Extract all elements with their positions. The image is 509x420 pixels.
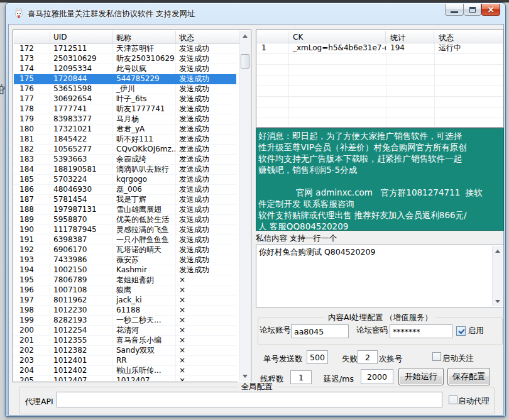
column-header[interactable]: 统计 xyxy=(386,31,434,43)
table-row[interactable]: 2001012254花清河× xyxy=(14,326,236,336)
cell: 193 xyxy=(14,255,50,265)
table-row[interactable]: 1875781454我是丁辉发送成功 xyxy=(14,195,236,205)
column-header[interactable]: 状态 xyxy=(434,31,504,43)
scroll-down-icon[interactable] xyxy=(240,371,250,381)
table-row[interactable]: 173250310629听友250310629发送成功 xyxy=(14,54,236,64)
message-scrollbar[interactable] xyxy=(492,246,503,306)
forum-account-input[interactable] xyxy=(291,324,349,338)
cell: 179 xyxy=(14,114,50,124)
cell: 发送成功 xyxy=(176,74,236,84)
enable-checkbox[interactable] xyxy=(456,326,466,336)
cell: 发送成功 xyxy=(176,84,236,94)
minimize-button[interactable] xyxy=(445,4,464,16)
table-row[interactable]: 18210565277CQvOKkOJ6mz...发送成功 xyxy=(14,145,236,155)
maximize-button[interactable] xyxy=(464,4,481,16)
uid-list-body: 1721712511天津苏明轩发送成功173250310629听友2503106… xyxy=(14,44,236,381)
table-row[interactable]: 198101223061188× xyxy=(14,306,236,316)
cell: 6906170 xyxy=(50,245,113,255)
proxy-api-input[interactable] xyxy=(57,392,442,407)
column-header[interactable]: CK xyxy=(288,31,386,43)
table-row[interactable]: 18648046930磊_006发送成功 xyxy=(14,185,236,195)
forum-password-input[interactable] xyxy=(390,324,452,338)
fail-count-input[interactable] xyxy=(358,350,378,364)
cell: 177 xyxy=(14,94,50,104)
start-run-button[interactable]: 开始运行 xyxy=(398,368,444,385)
table-row[interactable]: 1978011962jack_ki× xyxy=(14,296,236,306)
table-row[interactable]: 1998282193一秒二秒天...× xyxy=(14,316,236,326)
table-row[interactable]: 1937433986薇安苏发送成功 xyxy=(14,255,236,265)
table-row[interactable]: 1835393663余霞成绮发送成功 xyxy=(14,155,236,165)
cell: 5958870 xyxy=(50,215,113,225)
scrollbar-thumb[interactable] xyxy=(241,54,249,69)
table-row[interactable]: 190111787945灵感拉满的飞鱼发送成功 xyxy=(14,225,236,235)
table-row[interactable]: 20510124071012407× xyxy=(14,376,236,381)
column-header[interactable] xyxy=(257,31,288,43)
save-config-button[interactable]: 保存配置 xyxy=(447,368,490,385)
table-row[interactable]: 1895958870优美的低於生活发送成功 xyxy=(14,215,236,225)
column-header[interactable]: 状态 xyxy=(176,31,236,43)
table-row[interactable]: 2011012355喜马音乐小编× xyxy=(14,336,236,346)
cell: 197987131 xyxy=(50,205,113,215)
scroll-up-icon[interactable] xyxy=(493,246,503,256)
start-follow-checkbox[interactable] xyxy=(432,352,441,361)
cell: 187 xyxy=(14,195,50,205)
cell: 1012407 xyxy=(50,376,113,381)
cell: 我是丁辉 xyxy=(113,195,176,205)
table-row[interactable]: 18017321021君君_yA发送成功 xyxy=(14,124,236,135)
cell: × xyxy=(176,376,236,381)
cell: 175 xyxy=(14,74,50,84)
table-row[interactable]: 1_xmLog=h5&4b6e31e7-d...194运行中 xyxy=(257,43,503,53)
uid-list-scrollbar[interactable] xyxy=(239,31,250,381)
table-row[interactable]: 17653651598_伊川发送成功 xyxy=(14,84,236,94)
per-account-send-label: 单号发送数 xyxy=(263,354,303,365)
scroll-down-icon[interactable] xyxy=(493,296,503,306)
cell: 5703224 xyxy=(50,175,113,185)
table-row[interactable]: 17983983377马月杨发送成功 xyxy=(14,114,236,124)
cell: 1012402 xyxy=(50,366,113,376)
cell: 发送成功 xyxy=(176,205,236,215)
cell: 191 xyxy=(14,235,50,245)
table-row[interactable]: 17412095334此号以疯发送成功 xyxy=(14,64,236,74)
uid-list: UID昵称状态 1721712511天津苏明轩发送成功173250310629听… xyxy=(13,30,251,382)
cell: 发送成功 xyxy=(176,195,236,205)
title-bar[interactable]: 喜马拉雅批量关注群发私信协议软件 支持发网址 × xyxy=(6,3,505,24)
table-row[interactable]: 1926906170瓦塔诺的晴天发送成功 xyxy=(14,245,236,255)
table-row[interactable]: 1811845422听不好111发送成功 xyxy=(14,135,236,145)
table-row[interactable]: 1855703224kqrgogo发送成功 xyxy=(14,175,236,185)
table-row[interactable]: 1961007108狼鹰× xyxy=(14,285,236,296)
scroll-up-icon[interactable] xyxy=(240,31,250,41)
message-content: 你好村兔合购测试 Q804520209 xyxy=(259,247,491,258)
table-row[interactable]: 1957806789老姐姐斋鈅× xyxy=(14,275,236,285)
table-row[interactable]: 1941002150Kashmir发送成功 xyxy=(14,265,236,275)
delay-label: 延迟/ms xyxy=(324,374,354,385)
cell: × xyxy=(176,285,236,296)
table-row[interactable]: 184188190581滴滴叭叭去旅行发送成功 xyxy=(14,165,236,175)
table-row[interactable]: 2041012402鞍山乐听传...× xyxy=(14,366,236,376)
cell: 8011962 xyxy=(50,296,113,306)
table-row[interactable]: 1751720844544785229发送成功 xyxy=(14,74,236,84)
ai-config-legend: 内容AI处理配置 （增值服务） xyxy=(324,312,436,323)
table-row[interactable]: 188197987131雪山雄鹰展翅发送成功 xyxy=(14,205,236,215)
cell: 189 xyxy=(14,215,50,225)
close-button[interactable]: × xyxy=(481,4,500,16)
cell: × xyxy=(176,316,236,326)
per-account-send-input[interactable] xyxy=(307,350,328,364)
cell: 发送成功 xyxy=(176,135,236,145)
column-header[interactable]: 昵称 xyxy=(113,31,176,43)
start-proxy-checkbox[interactable] xyxy=(449,395,457,404)
table-row[interactable]: 1781777741听友1777741发送成功 xyxy=(14,104,236,114)
message-textarea[interactable]: 你好村兔合购测试 Q804520209 xyxy=(256,245,504,307)
delay-input[interactable] xyxy=(361,369,393,384)
table-row[interactable]: 2021012382Sandy双双× xyxy=(14,346,236,356)
forum-password-label: 论坛密码 xyxy=(356,325,388,336)
table-row[interactable]: 17730692654叶子_6ts发送成功 xyxy=(14,94,236,104)
fail-label: 失败 xyxy=(342,354,358,365)
threads-input[interactable] xyxy=(290,370,312,384)
enable-label: 启用 xyxy=(468,326,484,336)
table-row[interactable]: 1916398387一只小胖鱼鱼鱼发送成功 xyxy=(14,235,236,245)
table-row[interactable]: 1721712511天津苏明轩发送成功 xyxy=(14,44,236,54)
column-header[interactable]: UID xyxy=(50,31,113,43)
cell: × xyxy=(176,336,236,346)
column-header[interactable] xyxy=(14,31,50,43)
table-row[interactable]: 2031012401RR× xyxy=(14,356,236,366)
